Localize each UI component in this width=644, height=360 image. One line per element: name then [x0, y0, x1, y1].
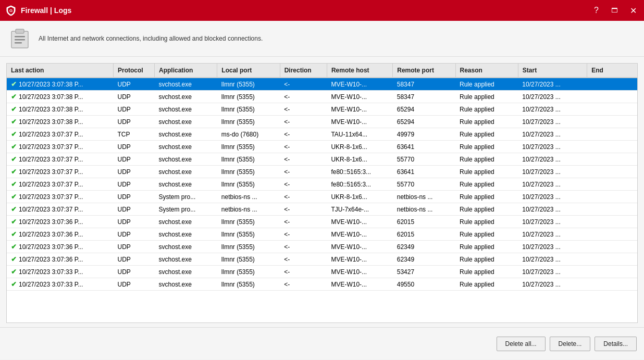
cell-protocol: UDP: [114, 228, 155, 241]
table-row[interactable]: ✔10/27/2023 3:07:33 P...UDPsvchost.exell…: [7, 266, 637, 278]
delete-all-button[interactable]: Delete all...: [497, 337, 546, 351]
table-row[interactable]: ✔10/27/2023 3:07:36 P...UDPsvchost.exell…: [7, 253, 637, 266]
check-icon: ✔: [11, 143, 17, 151]
check-icon: ✔: [11, 193, 17, 201]
table-row[interactable]: ✔10/27/2023 3:07:37 P...UDPsvchost.exell…: [7, 153, 637, 166]
check-icon: ✔: [11, 180, 17, 188]
cell-remoteport: 53427: [393, 266, 455, 278]
table-header: Last action Protocol Application Local p…: [7, 64, 637, 78]
cell-localport: ms-do (7680): [217, 128, 280, 141]
cell-end: [587, 116, 637, 128]
minimize-button[interactable]: 🗖: [608, 6, 621, 15]
cell-protocol: UDP: [114, 216, 155, 228]
delete-button[interactable]: Delete...: [550, 337, 591, 351]
cell-reason: Rule applied: [455, 241, 518, 253]
cell-direction: <-: [280, 116, 327, 128]
cell-remotehost: MVE-W10-...: [327, 78, 392, 91]
table-row[interactable]: ✔10/27/2023 3:07:37 P...UDPSystem pro...…: [7, 191, 637, 203]
log-table: Last action Protocol Application Local p…: [7, 64, 637, 291]
cell-remotehost: MVE-W10-...: [327, 91, 392, 103]
cell-remotehost: MVE-W10-...: [327, 253, 392, 266]
title-controls: ? 🗖 ✕: [591, 5, 640, 17]
cell-remoteport: 58347: [393, 78, 455, 91]
cell-application: svchost.exe: [155, 128, 217, 141]
cell-protocol: UDP: [114, 116, 155, 128]
table-row[interactable]: ✔10/27/2023 3:07:37 P...UDPSystem pro...…: [7, 203, 637, 216]
col-end[interactable]: End: [587, 64, 637, 78]
cell-reason: Rule applied: [455, 166, 518, 178]
cell-application: svchost.exe: [155, 241, 217, 253]
help-button[interactable]: ?: [591, 5, 602, 16]
table-body: ✔10/27/2023 3:07:38 P...UDPsvchost.exell…: [7, 78, 637, 291]
cell-last-action: ✔10/27/2023 3:07:37 P...: [7, 166, 114, 178]
close-button[interactable]: ✕: [627, 5, 640, 17]
table-row[interactable]: ✔10/27/2023 3:07:37 P...UDPsvchost.exell…: [7, 141, 637, 153]
header-area: All Internet and network connections, in…: [0, 21, 644, 57]
col-local-port[interactable]: Local port: [217, 64, 280, 78]
cell-reason: Rule applied: [455, 178, 518, 191]
cell-application: svchost.exe: [155, 266, 217, 278]
cell-direction: <-: [280, 203, 327, 216]
cell-localport: llmnr (5355): [217, 116, 280, 128]
cell-localport: llmnr (5355): [217, 241, 280, 253]
cell-protocol: UDP: [114, 141, 155, 153]
cell-reason: Rule applied: [455, 278, 518, 291]
table-row[interactable]: ✔10/27/2023 3:07:38 P...UDPsvchost.exell…: [7, 78, 637, 91]
svg-rect-2: [16, 29, 24, 33]
cell-direction: <-: [280, 191, 327, 203]
table-row[interactable]: ✔10/27/2023 3:07:38 P...UDPsvchost.exell…: [7, 103, 637, 116]
cell-end: [587, 241, 637, 253]
col-application[interactable]: Application: [155, 64, 217, 78]
table-scroll[interactable]: Last action Protocol Application Local p…: [7, 64, 637, 322]
cell-localport: llmnr (5355): [217, 278, 280, 291]
cell-end: [587, 166, 637, 178]
cell-localport: llmnr (5355): [217, 166, 280, 178]
table-row[interactable]: ✔10/27/2023 3:07:36 P...UDPsvchost.exell…: [7, 228, 637, 241]
cell-direction: <-: [280, 278, 327, 291]
check-icon: ✔: [11, 218, 17, 226]
cell-protocol: UDP: [114, 266, 155, 278]
cell-last-action: ✔10/27/2023 3:07:37 P...: [7, 153, 114, 166]
cell-application: svchost.exe: [155, 141, 217, 153]
table-row[interactable]: ✔10/27/2023 3:07:37 P...TCPsvchost.exems…: [7, 128, 637, 141]
cell-application: svchost.exe: [155, 78, 217, 91]
cell-end: [587, 128, 637, 141]
table-row[interactable]: ✔10/27/2023 3:07:38 P...UDPsvchost.exell…: [7, 91, 637, 103]
col-reason[interactable]: Reason: [455, 64, 518, 78]
cell-application: svchost.exe: [155, 178, 217, 191]
col-direction[interactable]: Direction: [280, 64, 327, 78]
cell-remoteport: netbios-ns ...: [393, 203, 455, 216]
details-button[interactable]: Details...: [595, 337, 637, 351]
col-remote-port[interactable]: Remote port: [393, 64, 455, 78]
cell-reason: Rule applied: [455, 78, 518, 91]
cell-localport: llmnr (5355): [217, 103, 280, 116]
cell-localport: netbios-ns ...: [217, 191, 280, 203]
cell-start: 10/27/2023 ...: [518, 216, 587, 228]
table-row[interactable]: ✔10/27/2023 3:07:38 P...UDPsvchost.exell…: [7, 116, 637, 128]
cell-direction: <-: [280, 78, 327, 91]
cell-protocol: UDP: [114, 278, 155, 291]
cell-remoteport: netbios-ns ...: [393, 191, 455, 203]
cell-reason: Rule applied: [455, 116, 518, 128]
cell-start: 10/27/2023 ...: [518, 116, 587, 128]
cell-reason: Rule applied: [455, 216, 518, 228]
svg-rect-4: [15, 39, 25, 41]
cell-remoteport: 49979: [393, 128, 455, 141]
cell-remotehost: UKR-8-1x6...: [327, 191, 392, 203]
table-row[interactable]: ✔10/27/2023 3:07:33 P...UDPsvchost.exell…: [7, 278, 637, 291]
cell-start: 10/27/2023 ...: [518, 241, 587, 253]
cell-end: [587, 78, 637, 91]
cell-localport: llmnr (5355): [217, 228, 280, 241]
table-row[interactable]: ✔10/27/2023 3:07:37 P...UDPsvchost.exell…: [7, 178, 637, 191]
table-row[interactable]: ✔10/27/2023 3:07:37 P...UDPsvchost.exell…: [7, 166, 637, 178]
col-last-action[interactable]: Last action: [7, 64, 114, 78]
cell-end: [587, 216, 637, 228]
table-row[interactable]: ✔10/27/2023 3:07:36 P...UDPsvchost.exell…: [7, 216, 637, 228]
col-start[interactable]: Start: [518, 64, 587, 78]
cell-protocol: UDP: [114, 191, 155, 203]
cell-last-action: ✔10/27/2023 3:07:36 P...: [7, 216, 114, 228]
cell-last-action: ✔10/27/2023 3:07:37 P...: [7, 203, 114, 216]
col-remote-host[interactable]: Remote host: [327, 64, 392, 78]
col-protocol[interactable]: Protocol: [114, 64, 155, 78]
table-row[interactable]: ✔10/27/2023 3:07:36 P...UDPsvchost.exell…: [7, 241, 637, 253]
